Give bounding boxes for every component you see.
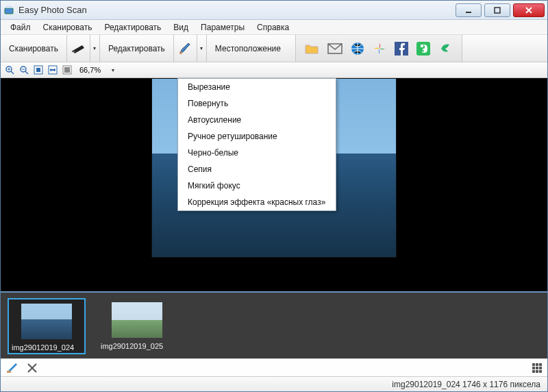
- scan-dropdown[interactable]: ▾: [90, 35, 100, 62]
- menu-file[interactable]: Файл: [5, 21, 36, 34]
- svg-point-7: [179, 51, 182, 54]
- close-button[interactable]: [513, 3, 545, 17]
- hummingbird-icon[interactable]: [438, 42, 453, 56]
- svg-rect-30: [539, 363, 542, 366]
- menu-item-sepia[interactable]: Сепия: [178, 161, 336, 177]
- menu-item-red-eye[interactable]: Коррекция эффекта «красных глаз»: [178, 194, 336, 210]
- menu-item-manual-retouch[interactable]: Ручное ретуширование: [178, 128, 336, 145]
- menubar: Файл Сканировать Редактировать Вид Парам…: [1, 20, 547, 35]
- svg-line-17: [25, 71, 28, 74]
- evernote-icon[interactable]: [416, 42, 430, 56]
- web-icon[interactable]: [351, 42, 364, 56]
- svg-rect-29: [536, 363, 538, 366]
- edit-button[interactable]: Редактировать: [100, 35, 174, 62]
- mail-icon[interactable]: [327, 43, 342, 54]
- window-buttons: [453, 3, 545, 17]
- menu-item-rotate[interactable]: Повернуть: [178, 95, 336, 112]
- titlebar: Easy Photo Scan: [1, 1, 547, 20]
- svg-rect-1: [6, 6, 12, 8]
- status-bar: img29012019_024 1746 x 1176 пиксела: [1, 376, 547, 391]
- menu-scan[interactable]: Сканировать: [38, 21, 98, 34]
- zoom-value: 66,7%: [75, 66, 105, 74]
- google-photos-icon[interactable]: [373, 42, 386, 56]
- main-toolbar: Сканировать ▾ Редактировать ▾ Местополож…: [1, 35, 547, 62]
- svg-rect-0: [5, 8, 13, 14]
- thumbnail-name: img29012019_025: [98, 342, 176, 350]
- svg-rect-3: [495, 8, 500, 13]
- svg-rect-34: [532, 370, 535, 373]
- location-button-label: Местоположение: [215, 44, 281, 53]
- menu-item-soft-focus[interactable]: Мягкий фокус: [178, 177, 336, 194]
- edit-dropdown[interactable]: ▾: [197, 35, 207, 62]
- menu-item-crop[interactable]: Вырезание: [178, 79, 336, 95]
- minimize-button[interactable]: [456, 3, 482, 17]
- folder-icon[interactable]: [304, 42, 319, 55]
- svg-rect-35: [536, 370, 538, 373]
- location-button[interactable]: Местоположение: [207, 35, 296, 62]
- menu-item-bw[interactable]: Черно-белые: [178, 145, 336, 161]
- thumbnail-name: img29012019_024: [9, 343, 84, 352]
- edit-button-label: Редактировать: [108, 44, 165, 53]
- svg-rect-20: [36, 68, 40, 72]
- bottom-toolbar: [1, 358, 547, 376]
- facebook-icon[interactable]: [395, 42, 408, 56]
- brush-icon-button[interactable]: [174, 35, 197, 62]
- edit-dropdown-menu: Вырезание Повернуть Автоусиление Ручное …: [177, 78, 336, 211]
- zoom-toolbar: 66,7% ▾: [1, 62, 547, 78]
- zoom-in-button[interactable]: [3, 64, 16, 76]
- menu-view[interactable]: Вид: [168, 21, 194, 34]
- menu-edit[interactable]: Редактировать: [99, 21, 166, 34]
- scan-button-label: Сканировать: [9, 44, 58, 53]
- svg-rect-36: [539, 370, 542, 373]
- svg-rect-32: [536, 367, 538, 369]
- image-viewport: Вырезание Повернуть Автоусиление Ручное …: [1, 78, 547, 291]
- scanner-icon: [71, 42, 86, 55]
- menu-item-auto-enhance[interactable]: Автоусиление: [178, 112, 336, 128]
- status-text: img29012019_024 1746 x 1176 пиксела: [392, 380, 540, 389]
- thumbnail-item[interactable]: img29012019_024: [8, 298, 86, 354]
- window-title: Easy Photo Scan: [18, 5, 87, 15]
- menu-help[interactable]: Справка: [251, 21, 295, 34]
- svg-line-13: [11, 71, 14, 74]
- zoom-out-button[interactable]: [18, 64, 30, 76]
- brush-tool-icon[interactable]: [6, 362, 21, 374]
- scanner-icon-button[interactable]: [67, 35, 90, 62]
- menu-params[interactable]: Параметры: [195, 21, 250, 34]
- svg-rect-6: [72, 51, 75, 52]
- svg-rect-25: [7, 371, 11, 373]
- svg-rect-24: [64, 67, 70, 73]
- svg-rect-31: [532, 367, 535, 369]
- thumbnail-bar: img29012019_024 img29012019_025: [1, 291, 547, 358]
- svg-rect-33: [539, 367, 542, 369]
- app-icon: [3, 5, 14, 16]
- thumbnail-image: [21, 304, 72, 339]
- thumbnail-image: [112, 302, 162, 338]
- scan-button[interactable]: Сканировать: [1, 35, 67, 62]
- svg-rect-28: [532, 363, 535, 366]
- destination-icons: [296, 35, 462, 62]
- maximize-button[interactable]: [484, 3, 510, 17]
- fit-window-button[interactable]: [32, 64, 45, 76]
- app-window: Easy Photo Scan Файл Сканировать Редакти…: [0, 0, 548, 392]
- actual-size-button[interactable]: [61, 64, 73, 76]
- grid-view-icon[interactable]: [532, 363, 542, 373]
- fit-width-button[interactable]: [47, 64, 59, 76]
- brush-icon: [177, 42, 192, 56]
- delete-button[interactable]: [27, 363, 38, 373]
- zoom-dropdown[interactable]: ▾: [107, 64, 119, 76]
- thumbnail-item[interactable]: img29012019_025: [98, 298, 176, 354]
